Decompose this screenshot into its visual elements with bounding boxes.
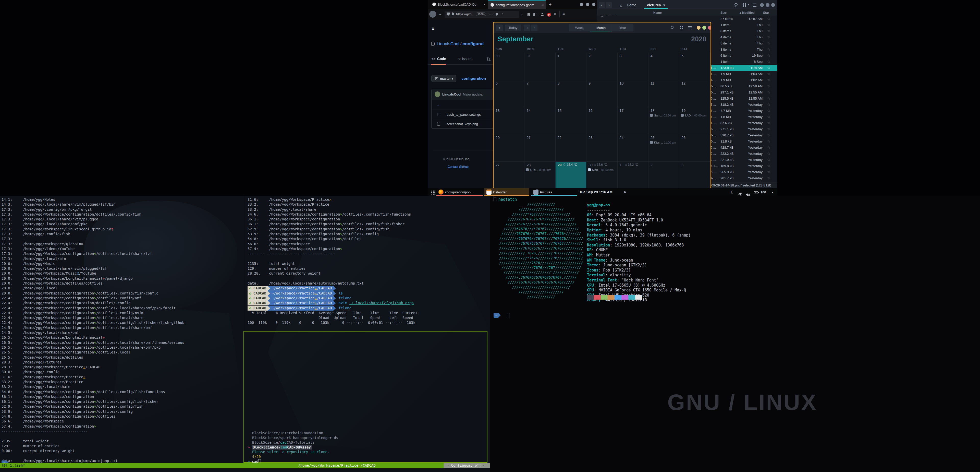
window-button[interactable] [771,3,775,7]
menu-icon[interactable] [688,26,692,27]
table-row[interactable]: 12-...265.9 kBYesterday☆ [706,169,777,175]
calendar-day-cell[interactable]: 20 [493,134,525,162]
tab-pull-requests-icon[interactable] [487,54,490,65]
window-button[interactable] [580,3,583,6]
column-modified[interactable]: ▴ Modified [740,11,755,14]
star-icon[interactable]: ☆ [767,29,770,33]
add-event-button[interactable]: + [496,24,503,31]
fzf-item[interactable]: BlockScience/cadCAD-Tutorials [248,440,477,445]
calendar-day-cell[interactable]: 13 [493,107,525,135]
terminal-pane-left[interactable]: 14.1:/home/ygg/Notes14.3:/home/ygg/.loca… [2,197,242,463]
view-caret-icon[interactable]: ▾ [748,3,749,6]
calendar-day-cell[interactable]: 17 [617,107,649,135]
table-row[interactable]: 5 itemsThu☆ [706,40,777,46]
repo-name-link[interactable]: configurat [463,41,484,46]
table-row[interactable]: 20-...221.9 kBYesterday☆ [706,157,777,163]
column-star[interactable]: Star [763,11,769,14]
table-row[interactable]: 00-...297.1 kB12:55 AM☆ [706,89,777,96]
table-row[interactable]: 4 itemsThu☆ [706,34,777,40]
star-icon[interactable]: ☆ [767,78,770,82]
calendar-day-cell[interactable]: 31 [525,53,555,80]
view-year-button[interactable]: Year [612,24,633,32]
calendar-day-cell[interactable]: 26 [679,134,710,162]
view-week-button[interactable]: Week [569,24,590,32]
star-icon[interactable]: ☆ [767,65,770,70]
window-button[interactable] [760,3,764,7]
next-month-button[interactable]: › [531,24,538,31]
new-tab-button[interactable]: + [547,1,554,8]
calendar-day-cell[interactable]: 3 [617,53,649,80]
calendar-day-cell[interactable]: 7 [525,80,555,107]
table-row[interactable]: 27 items12:57 AM☆ [706,16,777,22]
star-icon[interactable]: ☆ [767,121,770,125]
star-icon[interactable]: ☆ [767,164,770,168]
calendar-day-cell[interactable]: 12 [679,80,710,107]
star-icon[interactable]: ☆ [767,84,770,88]
star-icon[interactable]: ☆ [767,96,770,100]
star-icon[interactable]: ☆ [767,102,770,107]
calendar-day-cell[interactable]: 2 [649,162,679,189]
terminal-pane-right[interactable]: 31.6:/home/ygg/Workspace/Practice△33.2:/… [248,197,487,325]
search-icon[interactable] [735,3,738,6]
window-button-maximize[interactable] [702,26,706,30]
calendar-day-cell[interactable]: 11 [649,80,679,107]
table-row[interactable]: 01-...123.8 kB1:14 AM☆ [706,65,777,71]
table-row[interactable]: 00-...86.5 kB12:58 AM☆ [706,83,777,89]
github-hamburger-icon[interactable]: ≡ [432,26,437,32]
star-icon[interactable]: ☆ [767,17,770,21]
calendar-day-cell[interactable]: 8 [555,80,587,107]
window-button[interactable] [765,3,770,7]
star-icon[interactable]: ☆ [767,133,770,137]
calendar-day-cell[interactable]: 5 [679,53,710,80]
calendar-day-cell[interactable]: 10 [617,80,649,107]
table-row[interactable]: 01-...1.9 MB1:02 AM☆ [706,77,777,83]
calendar-day-cell[interactable]: 25Kiss ...11:00 am [649,134,679,162]
download-icon[interactable]: ↓ [521,11,523,16]
show-applications-icon[interactable] [431,191,432,191]
calendar-day-cell[interactable]: 16 [587,107,617,135]
window-button[interactable] [586,3,589,6]
table-row[interactable]: 21-...4.7 MBYesterday☆ [706,108,777,114]
calendar-day-cell[interactable]: 19LAD...03:00 pm [679,107,710,135]
table-row[interactable]: 1 itemThu☆ [706,22,777,28]
calendar-day-cell[interactable]: 9 [587,80,617,107]
star-icon[interactable]: ☆ [767,41,770,45]
fzf-item[interactable]: BlockScience/InterchainFoundation [248,431,477,435]
table-row[interactable]: 20-...31.8 kBYesterday☆ [706,139,777,145]
calendar-day-cell[interactable]: 29☾ 16.4 °C [555,162,587,189]
star-icon[interactable]: ☆ [767,139,770,143]
calendar-day-cell[interactable]: 4 [649,53,679,80]
tracking-shield-icon[interactable] [447,13,450,16]
calendar-day-cell[interactable]: 30≡ 15.6 °CMari...01:00 pm [587,162,617,189]
star-icon[interactable]: ☆ [767,115,770,119]
branch-selector-button[interactable]: master ▾ [431,75,456,82]
calendar-day-cell[interactable]: 23 [587,134,617,162]
star-icon[interactable]: ☆ [767,170,770,174]
calendar-day-cell[interactable]: 14 [525,107,555,135]
window-button[interactable] [592,3,595,6]
hamburger-menu-icon[interactable]: ≡ [563,11,565,16]
today-button[interactable]: Today [505,24,521,31]
calendar-day-cell[interactable]: 24 [617,134,649,162]
taskbar-app-files[interactable]: Pictures [531,188,577,196]
star-icon[interactable]: ☆ [767,35,770,39]
github-footer-contact-link[interactable]: Contact GitHub [448,165,469,169]
calendar-day-cell[interactable]: 1≡ 16.2 °C [617,162,649,189]
star-icon[interactable]: ☆ [767,127,770,131]
view-month-button[interactable]: Month [590,24,612,32]
table-row[interactable]: 22-...318.2 kBYesterday☆ [706,102,777,108]
files-back-button[interactable]: ‹ [599,2,605,8]
star-icon[interactable]: ☆ [767,90,770,94]
star-icon[interactable]: ☆ [767,176,770,180]
table-row[interactable]: 3 itemsThu☆ [706,46,777,53]
star-icon[interactable]: ☆ [767,72,770,76]
extension-red-icon[interactable] [547,12,551,17]
calendar-day-cell[interactable]: 2 [587,53,617,80]
calendar-day-cell[interactable]: 21 [525,134,555,162]
star-icon[interactable]: ☆ [767,108,770,113]
star-icon[interactable]: ☆ [767,59,770,64]
star-icon[interactable]: ☆ [767,145,770,150]
tab-issues[interactable]: ⊙Issues [458,54,473,65]
night-light-icon[interactable]: ☾ [730,188,734,196]
files-path-button-pictures[interactable]: Pictures ▾ [644,2,668,9]
